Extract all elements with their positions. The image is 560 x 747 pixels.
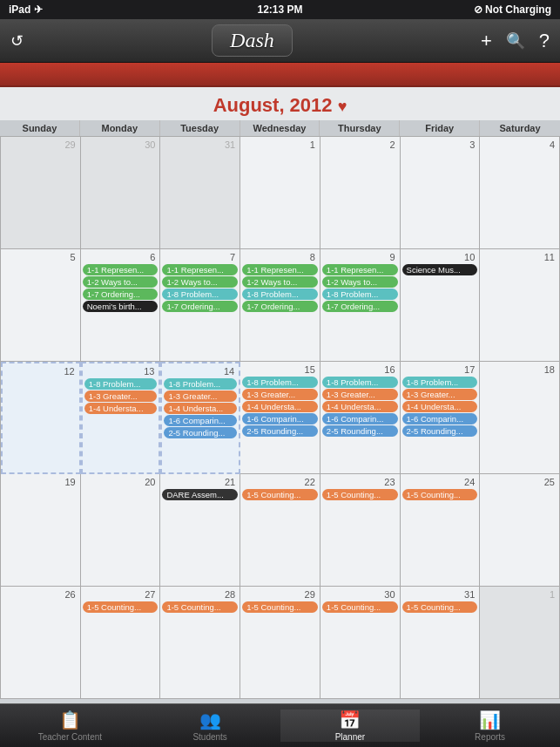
- cal-cell[interactable]: 31: [160, 137, 240, 249]
- cal-cell[interactable]: 19: [1, 474, 81, 587]
- date-number: 5: [3, 251, 78, 263]
- date-number: 15: [242, 363, 318, 376]
- cal-cell[interactable]: 26: [1, 587, 81, 699]
- event-pill[interactable]: 1-4 Understa...: [164, 403, 237, 414]
- day-header-tuesday: Tuesday: [160, 120, 240, 136]
- event-pill[interactable]: Noemi's birth...: [83, 301, 159, 312]
- event-pill[interactable]: 1-3 Greater...: [322, 389, 398, 400]
- cal-cell[interactable]: 21DARE Assem...: [160, 474, 240, 587]
- event-pill[interactable]: 1-6 Comparin...: [164, 415, 237, 426]
- event-pill[interactable]: 2-5 Rounding...: [322, 425, 398, 437]
- cal-cell[interactable]: 311-5 Counting...: [401, 587, 481, 699]
- event-pill[interactable]: 1-8 Problem...: [322, 377, 398, 388]
- event-pill[interactable]: 1-1 Represen...: [242, 264, 318, 275]
- cal-cell[interactable]: 221-5 Counting...: [240, 474, 320, 587]
- cal-cell[interactable]: 10Science Mus...: [401, 249, 481, 362]
- event-pill[interactable]: 1-5 Counting...: [402, 601, 478, 613]
- event-pill[interactable]: 1-2 Ways to...: [162, 276, 238, 288]
- event-pill[interactable]: 1-7 Ordering...: [162, 301, 238, 312]
- event-pill[interactable]: 1-1 Represen...: [83, 264, 159, 275]
- cal-cell[interactable]: 141-8 Problem...1-3 Greater...1-4 Unders…: [160, 362, 240, 474]
- cal-cell[interactable]: 29: [1, 137, 81, 249]
- event-pill[interactable]: 1-4 Understa...: [402, 401, 478, 412]
- event-pill[interactable]: 1-3 Greater...: [84, 390, 158, 402]
- help-button[interactable]: ?: [539, 30, 550, 52]
- cal-cell[interactable]: 91-1 Represen...1-2 Ways to...1-8 Proble…: [320, 249, 401, 362]
- cal-cell[interactable]: 12: [1, 362, 81, 474]
- event-pill[interactable]: 1-4 Understa...: [322, 401, 398, 412]
- event-pill[interactable]: 1-6 Comparin...: [242, 413, 318, 424]
- cal-cell[interactable]: 61-1 Represen...1-2 Ways to...1-7 Orderi…: [81, 249, 161, 362]
- tab-reports[interactable]: 📊Reports: [420, 710, 560, 742]
- event-pill[interactable]: 1-6 Comparin...: [322, 413, 398, 424]
- event-pill[interactable]: 1-5 Counting...: [322, 601, 398, 613]
- event-pill[interactable]: 1-8 Problem...: [242, 377, 318, 388]
- add-button[interactable]: +: [481, 30, 492, 52]
- cal-cell[interactable]: 2: [320, 137, 401, 249]
- cal-cell[interactable]: 3: [401, 137, 481, 249]
- event-pill[interactable]: 1-5 Counting...: [242, 601, 318, 613]
- refresh-button[interactable]: ↺: [10, 31, 24, 51]
- event-pill[interactable]: 1-8 Problem...: [242, 289, 318, 300]
- tab-students[interactable]: 👥Students: [140, 710, 280, 742]
- cal-cell[interactable]: 301-5 Counting...: [320, 587, 401, 699]
- event-pill[interactable]: 1-8 Problem...: [162, 289, 238, 300]
- tab-planner[interactable]: 📅Planner: [280, 710, 421, 742]
- event-pill[interactable]: 2-5 Rounding...: [164, 427, 237, 438]
- tab-teacher-content[interactable]: 📋Teacher Content: [0, 710, 140, 742]
- event-pill[interactable]: 1-2 Ways to...: [322, 276, 398, 288]
- event-pill[interactable]: 1-2 Ways to...: [83, 276, 159, 288]
- cal-cell[interactable]: 25: [480, 474, 560, 587]
- event-pill[interactable]: 1-7 Ordering...: [322, 301, 398, 312]
- cal-cell[interactable]: 281-5 Counting...: [160, 587, 240, 699]
- cal-cell[interactable]: 151-8 Problem...1-3 Greater...1-4 Unders…: [240, 362, 320, 474]
- event-pill[interactable]: 1-1 Represen...: [322, 264, 398, 275]
- cal-cell[interactable]: 18: [480, 362, 560, 474]
- cal-cell[interactable]: 11: [480, 249, 560, 362]
- event-pill[interactable]: DARE Assem...: [162, 489, 238, 500]
- cal-cell[interactable]: 1: [480, 587, 560, 699]
- event-pill[interactable]: 1-8 Problem...: [164, 378, 237, 390]
- event-pill[interactable]: 1-3 Greater...: [242, 389, 318, 400]
- tab-icon: 👥: [199, 710, 221, 730]
- event-pill[interactable]: 1-8 Problem...: [84, 378, 158, 390]
- event-pill[interactable]: 1-4 Understa...: [84, 403, 158, 414]
- event-pill[interactable]: 1-5 Counting...: [162, 601, 238, 613]
- cal-cell[interactable]: 131-8 Problem...1-3 Greater...1-4 Unders…: [81, 362, 161, 474]
- cal-cell[interactable]: 5: [1, 249, 81, 362]
- cal-cell[interactable]: 271-5 Counting...: [81, 587, 161, 699]
- cal-cell[interactable]: 161-8 Problem...1-3 Greater...1-4 Unders…: [320, 362, 401, 474]
- event-pill[interactable]: 1-3 Greater...: [164, 390, 237, 402]
- cal-cell[interactable]: 291-5 Counting...: [240, 587, 320, 699]
- cal-cell[interactable]: 1: [240, 137, 320, 249]
- event-pill[interactable]: Science Mus...: [402, 264, 478, 275]
- cal-cell[interactable]: 241-5 Counting...: [401, 474, 481, 587]
- event-pill[interactable]: 1-3 Greater...: [402, 389, 478, 400]
- cal-cell[interactable]: 231-5 Counting...: [320, 474, 401, 587]
- cal-cell[interactable]: 81-1 Represen...1-2 Ways to...1-8 Proble…: [240, 249, 320, 362]
- event-pill[interactable]: 1-5 Counting...: [322, 489, 398, 500]
- event-pill[interactable]: 1-1 Represen...: [162, 264, 238, 275]
- search-button[interactable]: 🔍: [506, 31, 525, 51]
- event-pill[interactable]: 1-6 Comparin...: [402, 413, 478, 424]
- cal-cell[interactable]: 4: [480, 137, 560, 249]
- event-pill[interactable]: 1-2 Ways to...: [242, 276, 318, 288]
- cal-cell[interactable]: 171-8 Problem...1-3 Greater...1-4 Unders…: [401, 362, 481, 474]
- event-pill[interactable]: 1-7 Ordering...: [242, 301, 318, 312]
- event-pill[interactable]: 2-5 Rounding...: [242, 425, 318, 437]
- cal-cell[interactable]: 20: [81, 474, 161, 587]
- cal-cell[interactable]: 71-1 Represen...1-2 Ways to...1-8 Proble…: [160, 249, 240, 362]
- date-number: 3: [402, 139, 478, 151]
- event-pill[interactable]: 1-7 Ordering...: [83, 289, 159, 300]
- cal-cell[interactable]: 30: [81, 137, 161, 249]
- date-number: 1: [482, 588, 557, 601]
- day-headers: SundayMondayTuesdayWednesdayThursdayFrid…: [0, 120, 560, 137]
- event-pill[interactable]: 1-8 Problem...: [402, 377, 478, 388]
- event-pill[interactable]: 1-8 Problem...: [322, 289, 398, 300]
- event-pill[interactable]: 1-4 Understa...: [242, 401, 318, 412]
- event-pill[interactable]: 2-5 Rounding...: [402, 425, 478, 437]
- event-pill[interactable]: 1-5 Counting...: [83, 601, 159, 613]
- event-pill[interactable]: 1-5 Counting...: [402, 489, 478, 500]
- tab-icon: 📋: [59, 710, 81, 730]
- event-pill[interactable]: 1-5 Counting...: [242, 489, 318, 500]
